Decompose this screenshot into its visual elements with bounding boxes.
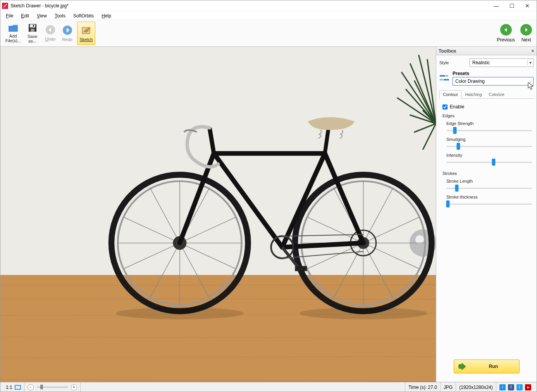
twitter-icon[interactable]: t xyxy=(516,384,523,390)
status-spacer xyxy=(81,383,406,392)
intensity-label: Intensity xyxy=(446,153,532,157)
next-icon xyxy=(520,24,532,36)
toolbox-close-icon[interactable]: ✕ xyxy=(531,49,534,53)
menu-view[interactable]: View xyxy=(34,12,50,19)
folder-icon xyxy=(8,24,19,32)
stroke-thickness-slider[interactable] xyxy=(446,200,532,207)
style-value: Realistic xyxy=(472,60,490,65)
fit-icon[interactable] xyxy=(15,385,21,390)
youtube-icon[interactable]: ▶ xyxy=(525,384,531,390)
save-as-button[interactable]: Save as... xyxy=(24,22,41,45)
chevron-down-icon: ⌄ xyxy=(528,79,532,84)
facebook-icon[interactable]: f xyxy=(508,384,514,390)
undo-icon xyxy=(45,24,56,35)
run-arrow-icon xyxy=(458,363,466,370)
next-label: Next xyxy=(522,37,531,43)
svg-rect-7 xyxy=(33,25,34,27)
window-title: Sketch Drawer - bicycle.jpg* xyxy=(10,3,69,9)
sketch-label: Sketch xyxy=(80,37,93,42)
close-button[interactable]: ✕ xyxy=(520,1,535,10)
toolbox-tabs: Contour Hatching Colorize xyxy=(439,90,534,99)
enable-checkbox[interactable] xyxy=(442,104,448,110)
tab-contour[interactable]: Contour xyxy=(439,90,461,99)
sketch-icon xyxy=(81,25,92,36)
zoom-in-button[interactable]: + xyxy=(71,384,77,390)
previous-label: Previous xyxy=(497,37,515,43)
sketch-button[interactable]: Sketch xyxy=(77,22,96,45)
redo-icon xyxy=(62,25,73,36)
zoom-out-button[interactable]: − xyxy=(28,384,34,390)
style-select[interactable]: Realistic ▾ xyxy=(470,58,534,67)
toolbox-header: Toolbox ✕ xyxy=(436,47,537,55)
svg-rect-5 xyxy=(30,24,35,27)
tab-content-contour: Enable Edges Edge Strength Smudging Inte… xyxy=(439,101,534,209)
menu-edit[interactable]: Edit xyxy=(18,12,32,19)
menu-help[interactable]: Help xyxy=(98,12,114,19)
run-button[interactable]: Run xyxy=(454,359,520,373)
style-label: Style xyxy=(439,60,466,65)
presets-label: Presets xyxy=(453,71,534,76)
titlebar: Sketch Drawer - bicycle.jpg* — ☐ ✕ xyxy=(0,0,537,11)
smudging-label: Smudging xyxy=(446,137,532,142)
svg-rect-6 xyxy=(31,29,34,32)
strokes-group-title: Strokes xyxy=(442,171,532,176)
stroke-length-slider[interactable] xyxy=(446,185,532,192)
info-icon[interactable]: i xyxy=(499,384,506,390)
enable-label: Enable xyxy=(450,104,464,110)
tab-hatching[interactable]: Hatching xyxy=(461,90,485,99)
svg-rect-73 xyxy=(295,266,307,271)
zoom-slider[interactable] xyxy=(37,387,68,388)
toolbox-panel: Toolbox ✕ Style Realistic ▾ Presets Colo… xyxy=(436,47,537,382)
redo-label: Redo xyxy=(62,37,72,42)
svg-point-75 xyxy=(299,307,427,319)
menu-file[interactable]: File xyxy=(3,12,16,19)
stroke-thickness-label: Stroke thickness xyxy=(446,195,532,199)
canvas-area[interactable] xyxy=(0,47,436,382)
statusbar: 1:1 − + Time (s): 27.0 JPG (1920x1280x24… xyxy=(0,382,537,392)
svg-rect-76 xyxy=(440,75,445,77)
add-files-button[interactable]: Add File(s)... xyxy=(3,22,24,45)
intensity-slider[interactable] xyxy=(446,159,532,166)
redo-button[interactable]: Redo xyxy=(59,22,76,45)
previous-icon xyxy=(500,24,512,36)
minimize-button[interactable]: — xyxy=(489,1,504,10)
previous-button[interactable]: Previous xyxy=(494,22,517,45)
status-time: Time (s): 27.0 xyxy=(405,383,441,392)
svg-rect-78 xyxy=(440,79,443,80)
stroke-length-label: Stroke Length xyxy=(446,179,532,183)
menu-softorbits[interactable]: SoftOrbits xyxy=(70,12,97,19)
edge-strength-label: Edge Strength xyxy=(446,121,532,126)
content-area: Toolbox ✕ Style Realistic ▾ Presets Colo… xyxy=(0,47,537,382)
svg-point-74 xyxy=(116,307,244,319)
menubar: File Edit View Tools SoftOrbits Help xyxy=(0,11,537,20)
toolbox-title: Toolbox xyxy=(439,48,456,54)
save-icon xyxy=(27,23,38,33)
save-as-label: Save as... xyxy=(28,34,37,43)
menu-tools[interactable]: Tools xyxy=(52,12,69,19)
svg-rect-3 xyxy=(9,26,18,26)
enable-checkbox-row[interactable]: Enable xyxy=(442,104,532,110)
status-dimensions: (1920x1280x24) xyxy=(456,383,496,392)
app-icon xyxy=(2,3,8,9)
edges-group-title: Edges xyxy=(442,113,532,118)
next-button[interactable]: Next xyxy=(518,22,534,45)
svg-rect-77 xyxy=(446,75,448,77)
status-format: JPG xyxy=(441,383,456,392)
presets-icon xyxy=(439,73,449,83)
tab-colorize[interactable]: Colorize xyxy=(485,90,508,99)
run-label: Run xyxy=(472,364,515,369)
presets-select[interactable]: Color Drawing ⌄ xyxy=(453,77,534,86)
maximize-button[interactable]: ☐ xyxy=(504,1,520,10)
svg-rect-2 xyxy=(9,26,18,32)
smudging-slider[interactable] xyxy=(446,143,532,150)
svg-rect-1 xyxy=(3,7,4,8)
chevron-down-icon: ▾ xyxy=(527,60,532,65)
edge-strength-slider[interactable] xyxy=(446,127,532,134)
status-ratio: 1:1 xyxy=(3,383,24,392)
toolbar: Add File(s)... Save as... Undo Redo Sket… xyxy=(0,20,537,47)
status-social: i f t ▶ xyxy=(496,383,534,392)
undo-button[interactable]: Undo xyxy=(42,22,59,45)
undo-label: Undo xyxy=(45,37,55,42)
ratio-text: 1:1 xyxy=(6,385,12,390)
zoom-control: − + xyxy=(24,383,81,392)
